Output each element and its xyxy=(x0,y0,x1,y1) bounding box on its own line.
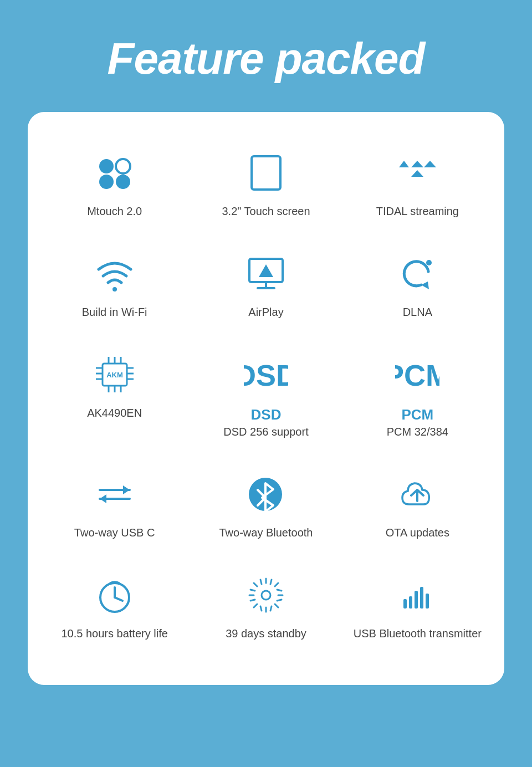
touchscreen-label: 3.2" Touch screen xyxy=(222,204,310,218)
dlna-label: DLNA xyxy=(403,305,432,319)
svg-rect-4 xyxy=(252,156,280,190)
svg-point-3 xyxy=(116,175,130,189)
feature-bluetooth: Two-way Bluetooth xyxy=(190,456,341,556)
feature-tidal: TIDAL streaming xyxy=(342,134,493,235)
svg-line-50 xyxy=(254,604,257,607)
feature-mtouch: Mtouch 2.0 xyxy=(39,134,190,235)
usb-bt-icon xyxy=(395,573,439,617)
svg-point-9 xyxy=(112,287,117,292)
svg-marker-11 xyxy=(259,264,273,277)
svg-point-0 xyxy=(99,159,114,173)
svg-line-55 xyxy=(250,590,255,591)
feature-ota: OTA updates xyxy=(342,456,493,556)
svg-marker-5 xyxy=(399,161,409,167)
svg-line-52 xyxy=(270,606,272,611)
dsd-sublabel: DSD 256 support xyxy=(223,425,308,439)
svg-text:PCM: PCM xyxy=(395,359,439,391)
feature-pcm: PCM PCM PCM 32/384 xyxy=(342,336,493,456)
mtouch-icon xyxy=(93,151,137,195)
svg-rect-62 xyxy=(420,587,423,609)
battery-icon xyxy=(93,573,137,617)
svg-marker-7 xyxy=(424,161,436,167)
svg-rect-61 xyxy=(415,591,418,609)
svg-text:AKM: AKM xyxy=(106,371,123,379)
svg-rect-64 xyxy=(403,599,407,609)
ak4490-label: AK4490EN xyxy=(87,406,142,420)
wifi-label: Build in Wi-Fi xyxy=(82,305,147,319)
svg-point-2 xyxy=(99,175,114,189)
airplay-icon xyxy=(244,252,288,296)
svg-point-1 xyxy=(116,159,130,173)
feature-touchscreen: 3.2" Touch screen xyxy=(190,134,341,235)
svg-marker-35 xyxy=(100,494,106,503)
svg-point-15 xyxy=(426,260,432,265)
bluetooth-label: Two-way Bluetooth xyxy=(219,525,313,540)
usbc-icon xyxy=(93,472,137,517)
features-card: Mtouch 2.0 3.2" Touch screen TIDAL strea… xyxy=(28,112,504,685)
dsd-label: DSD xyxy=(251,406,282,425)
feature-airplay: AirPlay xyxy=(190,235,341,336)
pcm-sublabel: PCM 32/384 xyxy=(387,425,448,439)
usbc-label: Two-way USB C xyxy=(74,525,155,540)
svg-line-54 xyxy=(277,590,282,591)
svg-line-58 xyxy=(260,606,262,611)
svg-marker-6 xyxy=(411,161,423,167)
page-title: Feature packed xyxy=(108,33,425,84)
svg-marker-8 xyxy=(411,170,423,177)
svg-text:DSD: DSD xyxy=(244,359,288,391)
bluetooth-icon xyxy=(244,472,288,517)
battery-label: 10.5 hours battery life xyxy=(61,626,167,641)
wifi-icon xyxy=(93,252,137,296)
feature-usb-bt: USB Bluetooth transmitter xyxy=(342,556,493,657)
svg-marker-14 xyxy=(421,282,429,289)
feature-usbc: Two-way USB C xyxy=(39,456,190,556)
svg-point-59 xyxy=(262,591,270,600)
dsd-icon: DSD xyxy=(244,352,288,397)
ota-icon xyxy=(395,472,439,517)
feature-dsd: DSD DSD DSD 256 support xyxy=(190,336,341,456)
svg-line-47 xyxy=(254,583,257,586)
ak4490-icon: AKM xyxy=(93,352,137,397)
tidal-label: TIDAL streaming xyxy=(376,204,459,218)
svg-line-51 xyxy=(260,580,262,584)
svg-line-56 xyxy=(277,600,282,601)
svg-line-42 xyxy=(115,597,122,601)
svg-rect-60 xyxy=(409,596,412,609)
svg-rect-63 xyxy=(426,594,429,609)
usb-bt-label: USB Bluetooth transmitter xyxy=(354,626,482,641)
svg-line-53 xyxy=(250,600,255,601)
feature-ak4490: AKM AK4490EN xyxy=(39,336,190,456)
mtouch-label: Mtouch 2.0 xyxy=(87,204,142,218)
feature-dlna: DLNA xyxy=(342,235,493,336)
pcm-label: PCM xyxy=(401,406,433,425)
pcm-icon: PCM xyxy=(395,352,439,397)
svg-marker-33 xyxy=(123,485,130,494)
touchscreen-icon xyxy=(244,151,288,195)
svg-line-49 xyxy=(275,583,278,586)
svg-line-48 xyxy=(275,604,278,607)
airplay-label: AirPlay xyxy=(248,305,283,319)
feature-battery: 10.5 hours battery life xyxy=(39,556,190,657)
ota-label: OTA updates xyxy=(386,525,449,540)
dlna-icon xyxy=(395,252,439,296)
standby-label: 39 days standby xyxy=(226,626,306,641)
svg-line-57 xyxy=(270,580,272,584)
feature-standby: 39 days standby xyxy=(190,556,341,657)
standby-icon xyxy=(244,573,288,617)
tidal-icon xyxy=(395,151,439,195)
feature-wifi: Build in Wi-Fi xyxy=(39,235,190,336)
